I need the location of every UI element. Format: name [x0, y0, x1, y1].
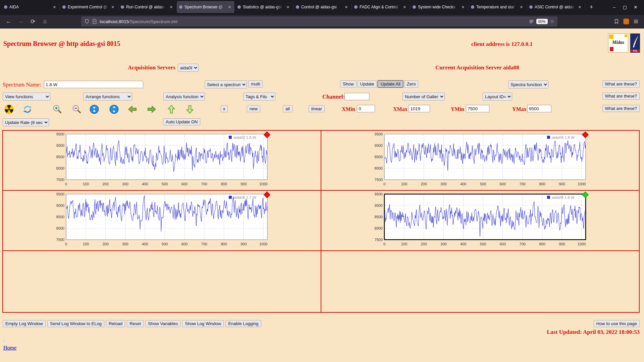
browser-tab[interactable]: FADC Align & Control✕	[352, 1, 410, 13]
analysis-functions-dropdown[interactable]: Analysis functions	[163, 93, 205, 101]
tab-close-icon[interactable]: ✕	[52, 5, 57, 10]
ymax-input[interactable]	[527, 105, 551, 112]
xmax-input[interactable]	[409, 105, 430, 112]
spectrum-chart[interactable]: 0100200300400500600700800900100075008000…	[50, 192, 273, 250]
browser-tab[interactable]: AIDA✕	[2, 1, 59, 13]
zoom-in-icon[interactable]	[52, 104, 62, 114]
select-spectrum-dropdown[interactable]: Select a spectrum	[205, 80, 247, 88]
browser-tab[interactable]: Control @ aidas-gsi✕	[293, 1, 351, 13]
tab-close-icon[interactable]: ✕	[110, 5, 115, 10]
tab-close-icon[interactable]: ✕	[519, 5, 524, 10]
back-button[interactable]: ←	[3, 17, 14, 26]
gallery-cell-4[interactable]: 0100200300400500600700800900100075008000…	[321, 190, 639, 251]
show-variables-button[interactable]: Show Variables	[145, 320, 180, 327]
reader-mode-icon[interactable]	[529, 19, 534, 24]
gallery-chart[interactable]: 0100200300400500600700800900100075008000…	[368, 192, 591, 251]
tags-fits-dropdown[interactable]: Tags & Fits	[243, 93, 275, 101]
layout-id-dropdown[interactable]: Layout ID=8	[483, 93, 512, 101]
show-button[interactable]: Show	[340, 80, 357, 87]
send-log-to-elog-button[interactable]: Send Log Window to ELog	[47, 320, 104, 327]
spectrum-chart[interactable]: 0100200300400500600700800900100075008000…	[368, 132, 591, 190]
url-bar[interactable]: localhost:8015/Spectrum/Spectrum.tml 90%…	[81, 16, 557, 26]
gallery-cell-1[interactable]: 0100200300400500600700800900100075008000…	[3, 130, 321, 190]
update-button[interactable]: Update	[358, 80, 377, 87]
y-zoom-out-icon[interactable]	[109, 104, 119, 114]
reload-button[interactable]: ⟳	[28, 17, 38, 26]
menu-icon[interactable]	[633, 19, 639, 24]
xmin-input[interactable]	[357, 105, 375, 112]
auto-update-button[interactable]: Auto Update ON	[163, 118, 200, 125]
midas-logo[interactable]: Midas	[608, 34, 628, 53]
tab-close-icon[interactable]: ✕	[169, 5, 174, 10]
tab-close-icon[interactable]: ✕	[344, 5, 349, 10]
x-button[interactable]: x	[221, 105, 228, 112]
browser-tab[interactable]: Spectrum Browser @ ✕	[177, 1, 234, 13]
browser-tab[interactable]: Run Control @ aidas-✕	[118, 1, 176, 13]
tab-close-icon[interactable]: ✕	[402, 5, 407, 10]
forward-button[interactable]: →	[15, 17, 26, 26]
up-arrow-icon[interactable]	[166, 104, 176, 114]
gallery-cell-2[interactable]: 0100200300400500600700800900100075008000…	[321, 130, 639, 190]
down-arrow-icon[interactable]	[185, 104, 195, 114]
multi-button[interactable]: multi	[248, 80, 263, 87]
new-tab-button[interactable]: +	[586, 2, 596, 12]
number-of-galleries-dropdown[interactable]: Number of Galleries	[402, 93, 445, 101]
gallery-cell-5[interactable]	[3, 251, 321, 312]
browser-tab[interactable]: Statistics @ aidas-gsi✕	[235, 1, 293, 13]
browser-tab[interactable]: Experiment Control @ a✕	[60, 1, 118, 13]
prev-arrow-icon[interactable]	[127, 104, 138, 114]
home-button[interactable]: ⌂	[40, 17, 50, 26]
browser-tab[interactable]: System wide Checks✕	[410, 1, 468, 13]
all-button[interactable]: all	[283, 105, 292, 112]
spectrum-name-input[interactable]	[44, 81, 143, 88]
reset-button[interactable]: Reset	[127, 320, 144, 327]
browser-tab[interactable]: Temperature and stat✕	[469, 1, 526, 13]
y-zoom-in-icon[interactable]	[89, 104, 99, 114]
enable-logging-button[interactable]: Enable Logging	[225, 320, 261, 327]
arrange-functions-dropdown[interactable]: Arrange functions	[83, 93, 132, 101]
tab-close-icon[interactable]: ✕	[577, 5, 582, 10]
zero-button[interactable]: Zero	[404, 80, 419, 87]
update-all-button[interactable]: Update All	[378, 80, 403, 87]
empty-log-window-button[interactable]: Empty Log Window	[3, 320, 46, 327]
how-to-use-button[interactable]: How to use this page	[594, 320, 640, 327]
radioactive-icon[interactable]	[4, 104, 14, 114]
gallery-chart[interactable]: 0100200300400500600700800900100075008000…	[50, 192, 273, 251]
close-button[interactable]: ✕	[633, 5, 639, 10]
maximize-button[interactable]: ▢	[622, 5, 628, 10]
linear-button[interactable]: linear	[309, 105, 325, 112]
show-log-window-button[interactable]: Show Log Window	[182, 320, 224, 327]
what-are-these-button-1[interactable]: What are these?	[602, 80, 640, 87]
next-arrow-icon[interactable]	[147, 104, 157, 114]
save-page-icon[interactable]	[614, 19, 619, 24]
spectrum-chart[interactable]: 0100200300400500600700800900100075008000…	[50, 132, 273, 190]
tcl-logo[interactable]: TCL	[630, 34, 640, 53]
reload-page-button[interactable]: Reload	[106, 320, 125, 327]
gallery-chart[interactable]: 0100200300400500600700800900100075008000…	[368, 132, 591, 191]
home-link[interactable]: Home	[3, 345, 16, 351]
update-rate-dropdown[interactable]: Update Rate (8 secs)	[3, 118, 49, 126]
zoom-out-icon[interactable]	[72, 104, 82, 114]
tab-close-icon[interactable]: ✕	[285, 5, 290, 10]
minimize-button[interactable]: –	[611, 5, 617, 10]
spectrum-chart[interactable]: 0100200300400500600700800900100075008000…	[368, 192, 591, 250]
acquisition-server-select[interactable]: aida08	[178, 64, 199, 72]
spectra-functions-dropdown[interactable]: Spectra functions	[508, 80, 548, 88]
tab-close-icon[interactable]: ✕	[461, 5, 466, 10]
extension-icon[interactable]	[623, 18, 629, 24]
bookmark-star-icon[interactable]: ☆	[550, 18, 554, 24]
new-button[interactable]: new	[247, 105, 260, 112]
what-are-these-button-2[interactable]: What are these?	[602, 93, 640, 100]
refresh-icon[interactable]	[22, 104, 33, 114]
gallery-cell-3[interactable]: 0100200300400500600700800900100075008000…	[3, 190, 321, 251]
gallery-chart[interactable]: 0100200300400500600700800900100075008000…	[50, 132, 273, 191]
view-functions-dropdown[interactable]: View functions	[3, 93, 50, 101]
zoom-level-badge[interactable]: 90%	[536, 19, 548, 24]
shield-icon[interactable]	[84, 19, 90, 24]
gallery-cell-6[interactable]	[321, 251, 639, 312]
tab-close-icon[interactable]: ✕	[227, 5, 232, 10]
browser-tab[interactable]: ASIC Control @ aidas✕	[527, 1, 585, 13]
channel-input[interactable]	[344, 93, 369, 100]
ymin-input[interactable]	[466, 105, 489, 112]
what-are-these-button-3[interactable]: What are these?	[602, 105, 640, 112]
